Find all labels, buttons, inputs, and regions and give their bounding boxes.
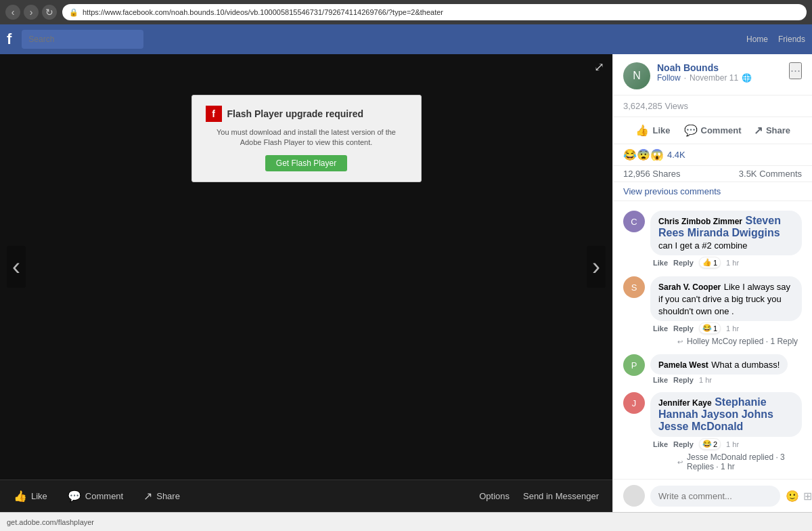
forward-button[interactable]: › <box>24 5 39 20</box>
comment-author[interactable]: Jennifer Kaye <box>658 398 712 408</box>
comment-reply-action[interactable]: Reply <box>673 440 694 448</box>
reaction-badge: 👍 1 <box>699 257 721 268</box>
reaction-emoji: 👍 <box>702 258 712 267</box>
fb-header: f Home Friends <box>0 24 812 54</box>
fb-search-input[interactable] <box>22 30 143 49</box>
comment-meta: Like Reply 😂 2 1 hr <box>650 438 802 450</box>
comments-list: C Chris Zimbob Zimmer Steven Rees Mirand… <box>613 201 812 479</box>
views-count: 3,624,285 Views <box>613 95 812 117</box>
comment-avatar: C <box>623 211 645 232</box>
comment-meta: Like Reply 👍 1 1 hr <box>650 257 802 268</box>
video-like-label: Like <box>31 491 47 501</box>
post-more-button[interactable]: ··· <box>789 62 802 79</box>
post-meta: Noah Bounds Follow · November 11 🌐 <box>657 62 782 83</box>
video-area: f Flash Player upgrade required You must… <box>0 54 612 512</box>
comment-meta: Like Reply 1 hr <box>650 376 802 384</box>
poster-name[interactable]: Noah Bounds <box>657 62 782 73</box>
comment-body: Sarah V. Cooper Like I always say if you… <box>650 276 802 346</box>
video-player: f Flash Player upgrade required You must… <box>0 54 612 480</box>
emoji-icon[interactable]: 🙂 <box>786 490 799 503</box>
share-label: Share <box>766 125 790 135</box>
comment-input-row: 🙂 ⊞ ▣ 📷 <box>613 479 812 512</box>
share-button[interactable]: ↗ Share <box>742 120 802 141</box>
prev-video-button[interactable]: ‹ <box>7 246 26 288</box>
comment-time: 1 hr <box>726 259 739 267</box>
fb-nav-home[interactable]: Home <box>746 35 768 44</box>
comment-body: Chris Zimbob Zimmer Steven Rees Miranda … <box>650 211 802 268</box>
shares-count[interactable]: 12,956 Shares <box>623 169 681 179</box>
flash-icon: f <box>206 106 222 122</box>
comments-count[interactable]: 3.5K Comments <box>739 169 802 179</box>
comment-avatar: S <box>623 276 645 298</box>
comment-bubble: Jennifer Kaye Stephanie Hannah Jayson Jo… <box>650 392 802 437</box>
flash-dialog-title: Flash Player upgrade required <box>227 108 364 119</box>
browser-chrome: ‹ › ↻ 🔒 https://www.facebook.com/noah.bo… <box>0 0 812 24</box>
comment-like-action[interactable]: Like <box>653 259 668 267</box>
sidebar: N Noah Bounds Follow · November 11 🌐 ···… <box>612 54 812 512</box>
expand-button[interactable]: ⤢ <box>594 60 604 75</box>
reply-link[interactable]: Holley McCoy replied · 1 Reply <box>687 337 798 346</box>
reaction-badge: 😂 2 <box>699 438 721 450</box>
comment-author[interactable]: Sarah V. Cooper <box>658 282 721 292</box>
comment-like-action[interactable]: Like <box>653 324 668 333</box>
follow-link[interactable]: Follow <box>657 73 681 83</box>
comment-like-action[interactable]: Like <box>653 440 668 448</box>
next-video-button[interactable]: › <box>587 246 606 288</box>
secure-icon: 🔒 <box>69 8 78 17</box>
like-button[interactable]: 👍 Like <box>623 120 683 141</box>
video-options-link[interactable]: Options <box>479 491 510 501</box>
shares-row: 12,956 Shares 3.5K Comments <box>613 166 812 182</box>
status-bar: get.adobe.com/flashplayer <box>0 512 812 531</box>
comment-reply-action[interactable]: Reply <box>673 324 694 333</box>
fb-logo: f <box>7 30 12 48</box>
reaction-badge: 😂 1 <box>699 322 721 334</box>
comment-time: 1 hr <box>699 376 712 384</box>
video-like-button[interactable]: 👍 Like <box>14 490 47 503</box>
comment-button[interactable]: 💬 Comment <box>683 120 742 141</box>
comment-time: 1 hr <box>726 440 739 448</box>
address-bar[interactable]: 🔒 https://www.facebook.com/noah.bounds.1… <box>62 4 807 20</box>
current-user-avatar <box>623 485 645 507</box>
reaction-emoji: 😂 <box>702 440 712 448</box>
comment-text: What a dumbass! <box>711 360 780 370</box>
reply-thread: ↩ Holley McCoy replied · 1 Reply <box>650 334 802 346</box>
main-layout: f Flash Player upgrade required You must… <box>0 54 812 512</box>
video-comment-label: Comment <box>85 491 123 501</box>
reaction-emoji: 😂 <box>702 324 712 333</box>
comment-item: C Chris Zimbob Zimmer Steven Rees Mirand… <box>613 207 812 272</box>
video-bottom-bar: 👍 Like 💬 Comment ↗ Share Options Send in… <box>0 480 612 512</box>
get-flash-player-button[interactable]: Get Flash Player <box>265 155 347 171</box>
video-share-button[interactable]: ↗ Share <box>143 490 180 503</box>
comment-icon: 💬 <box>68 490 81 503</box>
comment-reply-action[interactable]: Reply <box>673 376 694 384</box>
reload-button[interactable]: ↻ <box>42 5 57 20</box>
comment-meta: Like Reply 😂 1 1 hr <box>650 322 802 334</box>
comment-author[interactable]: Chris Zimbob Zimmer <box>658 217 742 226</box>
comment-input[interactable] <box>650 486 780 507</box>
comment-input-icons: 🙂 ⊞ ▣ 📷 <box>786 490 812 503</box>
fb-nav-friends[interactable]: Friends <box>778 35 805 44</box>
back-button[interactable]: ‹ <box>5 5 20 20</box>
comment-author[interactable]: Pamela West <box>658 360 708 370</box>
browser-nav-buttons: ‹ › ↻ <box>5 5 57 20</box>
flash-dialog: f Flash Player upgrade required You must… <box>191 95 422 182</box>
reaction-count[interactable]: 4.4K <box>667 150 685 160</box>
comment-bubble: Pamela West What a dumbass! <box>650 354 788 375</box>
post-header: N Noah Bounds Follow · November 11 🌐 ··· <box>613 54 812 95</box>
comment-bubble: Sarah V. Cooper Like I always say if you… <box>650 276 802 321</box>
sticker-icon[interactable]: ⊞ <box>803 490 812 503</box>
comment-text: can I get a #2 combine <box>658 240 748 251</box>
video-send-messenger-link[interactable]: Send in Messenger <box>523 491 599 501</box>
share-icon: ↗ <box>143 490 152 503</box>
comment-like-action[interactable]: Like <box>653 376 668 384</box>
comment-body: Pamela West What a dumbass! Like Reply 1… <box>650 354 802 384</box>
comment-avatar: J <box>623 392 645 414</box>
video-bottom-right: Options Send in Messenger <box>479 491 599 501</box>
comment-reply-action[interactable]: Reply <box>673 259 694 267</box>
reply-link[interactable]: Jesse McDonald replied · 3 Replies · 1 h… <box>687 452 802 471</box>
view-previous-comments[interactable]: View previous comments <box>613 182 812 201</box>
comment-item: P Pamela West What a dumbass! Like Reply… <box>613 350 812 388</box>
video-share-label: Share <box>156 491 180 501</box>
status-bar-text: get.adobe.com/flashplayer <box>7 518 94 526</box>
video-comment-button[interactable]: 💬 Comment <box>68 490 123 503</box>
